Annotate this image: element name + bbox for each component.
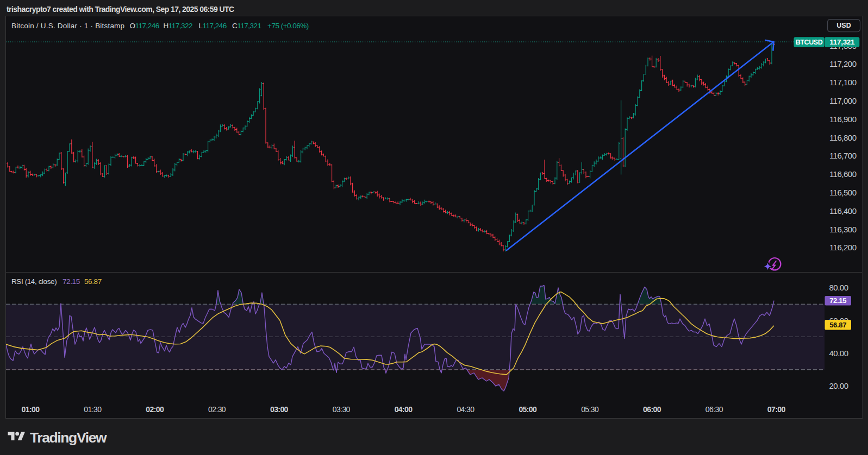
svg-text:117,100: 117,100	[829, 78, 857, 87]
svg-text:C117,321: C117,321	[232, 22, 261, 30]
svg-text:+75 (+0.06%): +75 (+0.06%)	[267, 22, 309, 30]
svg-text:116,300: 116,300	[829, 225, 857, 234]
svg-text:116,200: 116,200	[829, 243, 857, 252]
svg-text:07:00: 07:00	[767, 405, 786, 414]
svg-text:L117,246: L117,246	[199, 22, 227, 30]
svg-text:116,400: 116,400	[829, 206, 857, 216]
svg-text:01:30: 01:30	[84, 405, 102, 414]
svg-text:01:00: 01:00	[22, 405, 40, 414]
svg-text:06:30: 06:30	[705, 405, 723, 414]
svg-text:O117,246: O117,246	[130, 22, 159, 30]
svg-text:116,700: 116,700	[829, 151, 857, 160]
svg-text:06:00: 06:00	[643, 405, 661, 414]
svg-text:04:00: 04:00	[395, 405, 413, 414]
svg-text:H117,322: H117,322	[164, 22, 193, 30]
svg-text:05:30: 05:30	[581, 405, 599, 414]
svg-text:trishacrypto7 created with Tra: trishacrypto7 created with TradingView.c…	[7, 5, 234, 14]
svg-text:03:30: 03:30	[333, 405, 351, 414]
svg-text:RSI (14, close): RSI (14, close)	[11, 277, 57, 286]
svg-text:56.87: 56.87	[84, 277, 102, 286]
svg-text:72.15: 72.15	[63, 277, 80, 286]
svg-text:USD: USD	[836, 22, 851, 29]
svg-text:Bitcoin / U.S. Dollar · 1 · Bi: Bitcoin / U.S. Dollar · 1 · Bitstamp	[11, 22, 124, 30]
svg-text:56.87: 56.87	[829, 321, 846, 329]
svg-text:116,800: 116,800	[829, 133, 857, 142]
svg-text:116,600: 116,600	[829, 169, 857, 179]
svg-text:05:00: 05:00	[519, 405, 537, 414]
svg-text:116,500: 116,500	[829, 188, 857, 197]
svg-text:40.00: 40.00	[829, 349, 848, 358]
svg-text:80.00: 80.00	[829, 283, 848, 292]
svg-text:03:00: 03:00	[270, 405, 289, 414]
svg-text:117,000: 117,000	[829, 96, 857, 105]
svg-text:117,200: 117,200	[829, 59, 857, 68]
svg-text:72.15: 72.15	[829, 296, 846, 305]
svg-text:TradingView: TradingView	[30, 429, 107, 446]
svg-text:BTCUSD: BTCUSD	[796, 39, 823, 46]
svg-text:04:30: 04:30	[457, 405, 474, 414]
svg-text:117,321: 117,321	[829, 38, 855, 46]
svg-text:02:00: 02:00	[146, 405, 164, 414]
svg-text:02:30: 02:30	[208, 405, 226, 414]
svg-text:116,900: 116,900	[829, 115, 857, 124]
svg-text:20.00: 20.00	[829, 381, 848, 390]
